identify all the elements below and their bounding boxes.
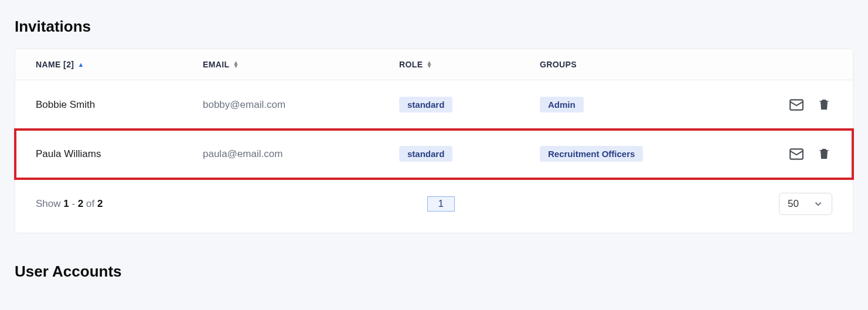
cell-email: paula@email.com — [203, 148, 399, 160]
of-text: of — [83, 198, 97, 209]
chevron-down-icon — [813, 199, 823, 209]
pagination: 1 — [103, 196, 779, 212]
mail-icon[interactable] — [789, 97, 804, 113]
group-badge: Admin — [540, 97, 584, 113]
page-number-button[interactable]: 1 — [427, 196, 455, 212]
table-row: Bobbie Smith bobby@email.com standard Ad… — [15, 80, 853, 130]
sort-asc-icon: ▲ — [77, 61, 84, 68]
table-row: Paula Williams paula@email.com standard … — [15, 130, 853, 179]
show-prefix: Show — [36, 198, 63, 209]
role-badge: standard — [399, 146, 452, 162]
col-header-email-label: EMAIL — [203, 60, 230, 69]
col-header-groups-label: GROUPS — [540, 60, 577, 69]
sort-icon: ▲▼ — [427, 61, 433, 68]
cell-name: Paula Williams — [36, 148, 203, 160]
sort-icon: ▲▼ — [233, 61, 239, 68]
group-badge: Recruitment Officers — [540, 146, 643, 162]
mail-icon[interactable] — [789, 147, 804, 162]
table-footer: Show 1 - 2 of 2 1 50 — [15, 179, 853, 233]
cell-name: Bobbie Smith — [36, 99, 203, 111]
col-header-groups: GROUPS — [540, 60, 751, 69]
range-end: 2 — [78, 198, 83, 209]
col-header-role-label: ROLE — [399, 60, 423, 69]
cell-group: Recruitment Officers — [540, 146, 751, 162]
range-total: 2 — [97, 198, 103, 209]
table-header-row: NAME [2] ▲ EMAIL ▲▼ ROLE ▲▼ GROUPS — [15, 49, 853, 80]
trash-icon[interactable] — [817, 97, 832, 113]
invitations-table: NAME [2] ▲ EMAIL ▲▼ ROLE ▲▼ GROUPS Bobbi… — [15, 49, 853, 233]
cell-role: standard — [399, 146, 540, 162]
range-start: 1 — [63, 198, 69, 209]
cell-group: Admin — [540, 97, 751, 113]
user-accounts-heading: User Accounts — [15, 263, 853, 281]
cell-role: standard — [399, 97, 540, 113]
col-header-email[interactable]: EMAIL ▲▼ — [203, 60, 399, 69]
invitations-heading: Invitations — [15, 18, 853, 36]
col-header-role[interactable]: ROLE ▲▼ — [399, 60, 540, 69]
page-size-select[interactable]: 50 — [779, 193, 832, 215]
showing-count: Show 1 - 2 of 2 — [36, 198, 103, 210]
page-size-value: 50 — [788, 198, 799, 210]
col-header-name-label: NAME [2] — [36, 60, 74, 69]
col-header-name[interactable]: NAME [2] ▲ — [36, 60, 203, 69]
cell-email: bobby@email.com — [203, 99, 399, 111]
range-sep: - — [69, 198, 78, 209]
role-badge: standard — [399, 97, 452, 113]
trash-icon[interactable] — [817, 147, 832, 162]
